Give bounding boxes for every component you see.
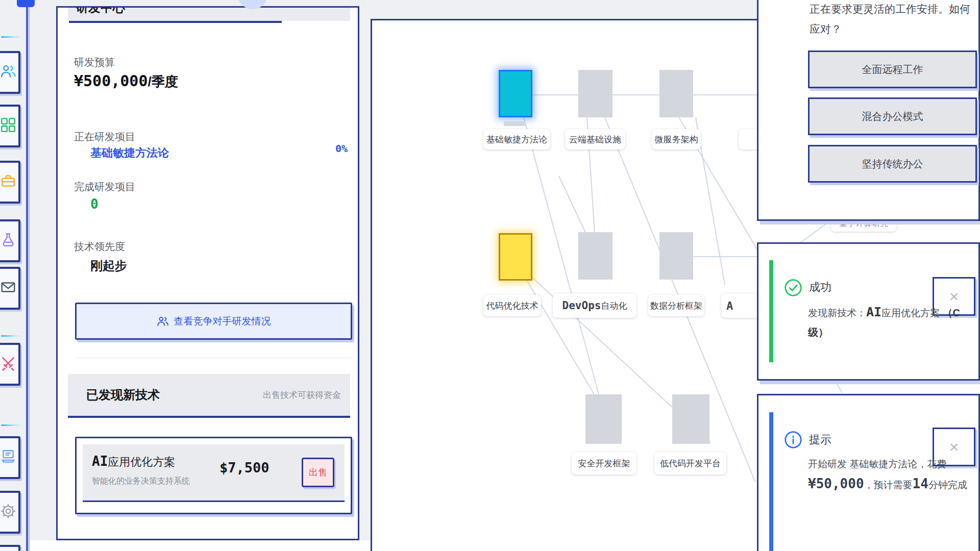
tech-label-text: 微服务架构: [655, 134, 698, 145]
dialog-option-traditional-office[interactable]: 坚持传统办公: [808, 145, 977, 183]
tech-node-cloud[interactable]: [578, 70, 612, 117]
current-project-link[interactable]: 基础敏捷方法论: [90, 145, 169, 161]
toast-info-title: 提示: [809, 432, 831, 447]
budget-label: 研发预算: [74, 56, 115, 69]
tech-node-devops[interactable]: [578, 232, 612, 280]
toast-body-text: ，花费: [917, 459, 946, 469]
tech-node-data-analysis[interactable]: [659, 232, 693, 280]
tech-label-text: 云端基础设施: [569, 134, 621, 145]
panel-header-underline: [69, 21, 282, 23]
current-project-progress: 0%: [335, 142, 348, 155]
toast-body-project: 基础敏捷方法论: [849, 459, 917, 469]
discovered-tech-card: AI应用优化方案 智能化的业务决策支持系统 $7,500 出售: [75, 437, 352, 514]
toast-info-body: 开始研发 基础敏捷方法论，花费 ¥50,000，预计需要14分钟完成: [808, 456, 971, 496]
toast-body-mono: AI: [866, 305, 881, 319]
tech-desc: 智能化的业务决策支持系统: [92, 476, 190, 487]
budget-period: /季度: [148, 74, 178, 89]
event-dialog: 正在要求更灵活的工作安排。如何 应对？ 全面远程工作 混合办公模式 坚持传统办公: [757, 0, 980, 221]
tech-label-text-mono: A: [726, 299, 733, 312]
tech-node-lowcode[interactable]: [672, 394, 709, 444]
discovered-tech-hint: 出售技术可获得资金: [263, 389, 341, 401]
panel-header-title: 研发中心: [76, 8, 125, 16]
people-icon: [157, 315, 169, 328]
tech-node-code-opt[interactable]: [499, 233, 532, 281]
current-project-label: 正在研发项目: [74, 130, 135, 144]
tech-node-progress-track: [504, 121, 525, 126]
info-circle-icon: [783, 430, 803, 452]
discovered-tech-card-inner: AI应用优化方案 智能化的业务决策支持系统 $7,500 出售: [83, 444, 345, 502]
tech-label-text: 安全开发框架: [578, 458, 630, 469]
tech-lead-value: 刚起步: [90, 258, 127, 274]
sell-tech-button[interactable]: 出售: [302, 458, 334, 487]
completed-label: 完成研发项目: [74, 180, 135, 194]
section-divider: [75, 358, 352, 358]
toast-success-body: 发现新技术：AI应用优化方案 （C级）: [808, 301, 966, 341]
tech-label-text: 低代码开发平台: [660, 458, 721, 469]
toast-body-text: 分钟完成: [928, 480, 967, 490]
toast-accent-bar: [769, 260, 773, 362]
view-competitor-rd-button[interactable]: 查看竞争对手研发情况: [75, 303, 352, 340]
tech-label-code-opt: 代码优化技术: [483, 295, 541, 316]
toast-body-cost: ¥50,000: [808, 476, 864, 491]
tech-node-security[interactable]: [585, 394, 622, 444]
tech-label-devops: DevOps自动化: [553, 293, 636, 318]
panel-header-band: 研发中心: [68, 8, 350, 21]
tech-label-lowcode: 低代码开发平台: [654, 452, 726, 474]
discovered-tech-header: 已发现新技术 出售技术可获得资金: [68, 374, 350, 418]
toast-body-text: 开始研发: [808, 459, 849, 469]
tech-node-microservice[interactable]: [659, 70, 693, 117]
toast-accent-bar: [769, 412, 773, 551]
tech-name-mono: AI: [92, 454, 108, 469]
budget-value: ¥500,000/季度: [74, 72, 178, 91]
tech-lead-label: 技术领先度: [74, 240, 125, 254]
tech-node-agile[interactable]: [499, 70, 532, 117]
app-logo[interactable]: [17, 0, 35, 7]
tech-price: $7,500: [219, 460, 270, 475]
tech-label-text-mono: DevOps: [562, 299, 601, 312]
tech-label-agile: 基础敏捷方法论: [483, 129, 550, 149]
tech-label-cloud: 云端基础设施: [565, 129, 625, 149]
toast-body-text: ，预计需要: [864, 480, 913, 490]
budget-amount: ¥500,000: [74, 72, 148, 90]
tech-label-text: 数据分析框架: [650, 300, 702, 312]
tech-label-text: 代码优化技术: [486, 300, 538, 312]
toast-info: 提示 × 开始研发 基础敏捷方法论，花费 ¥50,000，预计需要14分钟完成: [757, 394, 980, 551]
discovered-tech-title: 已发现新技术: [86, 387, 160, 403]
toast-success-title: 成功: [809, 280, 831, 295]
toast-body-text: 发现新技术：: [808, 308, 866, 318]
toast-body-minutes: 14: [913, 476, 928, 491]
close-icon: ×: [949, 438, 959, 457]
tech-name-cjk: 应用优化方案: [108, 456, 175, 468]
event-dialog-message-line: 应对？: [810, 19, 978, 39]
tech-label-security: 安全开发框架: [572, 452, 636, 474]
sidebar-divider-line-light: [29, 0, 30, 551]
completed-value: 0: [90, 196, 99, 212]
tech-label-data-analysis: 数据分析框架: [648, 295, 704, 316]
dialog-option-hybrid-office[interactable]: 混合办公模式: [808, 97, 977, 135]
toast-body-text: 应用优化方案: [881, 308, 942, 318]
view-competitor-rd-label: 查看竞争对手研发情况: [174, 315, 271, 328]
toast-success: 成功 × 发现新技术：AI应用优化方案 （C级）: [757, 242, 980, 381]
sidebar-divider-line: [26, 0, 28, 551]
tech-label-text: 自动化: [601, 300, 627, 312]
check-circle-icon: [783, 278, 803, 299]
event-dialog-message-line: 正在要求更灵活的工作安排。如何: [810, 0, 978, 19]
dialog-option-remote-work[interactable]: 全面远程工作: [808, 51, 977, 88]
rd-center-panel: 研发中心 研发预算 ¥500,000/季度 正在研发项目 基础敏捷方法论 0% …: [56, 6, 359, 540]
panel-bottom-gap: [30, 540, 371, 551]
tech-label-text: 基础敏捷方法论: [486, 134, 547, 145]
tech-label-microservice: 微服务架构: [652, 129, 701, 149]
event-dialog-message: 正在要求更灵活的工作安排。如何 应对？: [810, 0, 978, 39]
tech-name: AI应用优化方案: [92, 454, 175, 470]
